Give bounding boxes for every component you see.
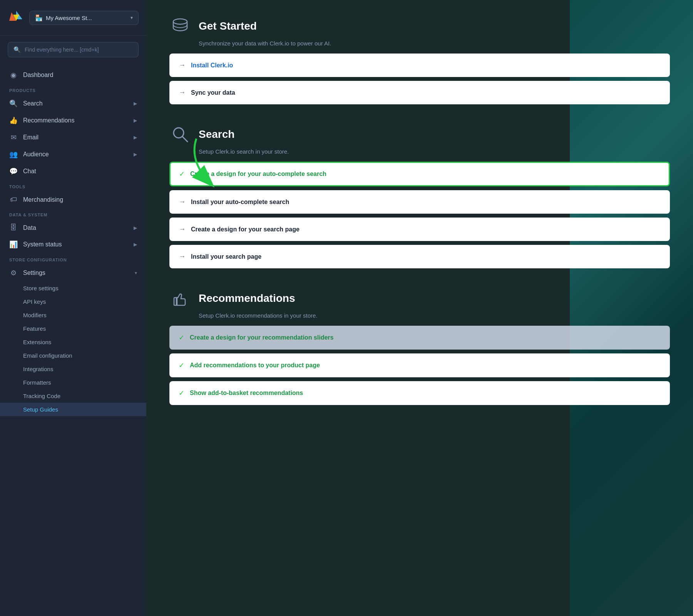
sidebar-item-label: Dashboard bbox=[23, 72, 53, 79]
system-status-icon: 📊 bbox=[9, 240, 18, 249]
create-rec-sliders-item[interactable]: ✓ Create a design for your recommendatio… bbox=[169, 326, 670, 350]
sidebar-item-label: Chat bbox=[23, 168, 36, 175]
recommendations-section: Recommendations Setup Clerk.io recommend… bbox=[169, 288, 670, 405]
search-section-title: Search bbox=[199, 128, 234, 141]
sidebar-sub-item-formatters[interactable]: Formatters bbox=[0, 376, 146, 389]
check-icon: ✓ bbox=[179, 389, 184, 397]
get-started-subtitle: Synchronize your data with Clerk.io to p… bbox=[169, 40, 670, 47]
thumbsup-section-icon bbox=[169, 288, 191, 309]
settings-icon: ⚙ bbox=[9, 269, 18, 277]
add-rec-product-label: Add recommendations to your product page bbox=[190, 362, 320, 369]
sidebar-item-label: System status bbox=[23, 241, 62, 248]
sidebar-sub-item-api-keys[interactable]: API keys bbox=[0, 295, 146, 308]
install-clerk-label: Install Clerk.io bbox=[191, 62, 233, 69]
get-started-header: Get Started bbox=[169, 15, 670, 37]
check-icon: ✓ bbox=[179, 333, 184, 342]
sidebar: 🏪 My Awesome St... ▾ 🔍 Find everything h… bbox=[0, 0, 146, 616]
create-rec-sliders-label: Create a design for your recommendation … bbox=[190, 334, 333, 341]
sidebar-sub-item-features[interactable]: Features bbox=[0, 322, 146, 335]
sidebar-item-label: Data bbox=[23, 224, 36, 231]
sidebar-sub-item-extensions[interactable]: Extensions bbox=[0, 335, 146, 349]
get-started-title: Get Started bbox=[199, 20, 257, 32]
arrow-annotation-2 bbox=[146, 500, 173, 570]
get-started-section: Get Started Synchronize your data with C… bbox=[169, 15, 670, 104]
check-icon: ✓ bbox=[179, 361, 184, 370]
sync-data-item[interactable]: → Sync your data bbox=[169, 81, 670, 104]
data-icon: 🗄 bbox=[9, 224, 18, 232]
email-icon: ✉ bbox=[9, 133, 18, 142]
app-container: 🏪 My Awesome St... ▾ 🔍 Find everything h… bbox=[0, 0, 693, 616]
chevron-right-icon: ▶ bbox=[134, 101, 137, 106]
arrow-right-icon: → bbox=[179, 89, 186, 97]
arrow-right-icon: → bbox=[179, 225, 186, 233]
search-placeholder-text: Find everything here... [cmd+k] bbox=[25, 47, 99, 53]
create-search-page-label: Create a design for your search page bbox=[191, 226, 300, 233]
recommendations-section-subtitle: Setup Clerk.io recommendations in your s… bbox=[169, 312, 670, 319]
sidebar-item-label: Audience bbox=[23, 151, 49, 158]
audience-icon: 👥 bbox=[9, 150, 18, 159]
sidebar-sub-item-store-settings[interactable]: Store settings bbox=[0, 281, 146, 295]
sidebar-item-merchandising[interactable]: 🏷 Merchandising bbox=[0, 191, 146, 208]
create-search-page-item[interactable]: → Create a design for your search page bbox=[169, 218, 670, 241]
search-section-icon bbox=[169, 124, 191, 145]
store-config-section-label: STORE CONFIGURATION bbox=[0, 253, 146, 264]
dashboard-icon: ◉ bbox=[9, 71, 18, 79]
database-icon bbox=[169, 15, 191, 37]
chevron-down-icon: ▾ bbox=[135, 270, 137, 276]
sidebar-sub-item-modifiers[interactable]: Modifiers bbox=[0, 308, 146, 322]
sidebar-sub-item-email-config[interactable]: Email configuration bbox=[0, 349, 146, 362]
add-rec-product-item[interactable]: ✓ Add recommendations to your product pa… bbox=[169, 353, 670, 377]
sidebar-sub-item-integrations[interactable]: Integrations bbox=[0, 362, 146, 376]
main-content: Get Started Synchronize your data with C… bbox=[146, 0, 693, 616]
create-autocomplete-label: Create a design for your auto-complete s… bbox=[190, 171, 326, 177]
recommendations-action-list: ✓ Create a design for your recommendatio… bbox=[169, 326, 670, 405]
chevron-right-icon: ▶ bbox=[134, 152, 137, 157]
install-search-page-item[interactable]: → Install your search page bbox=[169, 245, 670, 268]
sidebar-item-system-status[interactable]: 📊 System status ▶ bbox=[0, 236, 146, 253]
chevron-right-icon: ▶ bbox=[134, 242, 137, 247]
svg-line-6 bbox=[182, 137, 187, 142]
install-autocomplete-item[interactable]: → Install your auto-complete search bbox=[169, 190, 670, 214]
arrow-right-icon: → bbox=[179, 61, 186, 69]
install-autocomplete-label: Install your auto-complete search bbox=[191, 199, 289, 206]
chevron-right-icon: ▶ bbox=[134, 225, 137, 231]
show-basket-rec-label: Show add-to-basket recommendations bbox=[190, 390, 303, 397]
sidebar-sub-item-setup-guides[interactable]: Setup Guides bbox=[0, 403, 146, 416]
svg-rect-7 bbox=[174, 298, 177, 305]
sidebar-item-label: Email bbox=[23, 134, 38, 141]
check-icon: ✓ bbox=[179, 170, 185, 178]
merchandising-icon: 🏷 bbox=[9, 196, 18, 204]
search-section-header: Search bbox=[169, 124, 670, 145]
sidebar-sub-item-tracking-code[interactable]: Tracking Code bbox=[0, 389, 146, 403]
show-basket-rec-item[interactable]: ✓ Show add-to-basket recommendations bbox=[169, 381, 670, 405]
create-autocomplete-item[interactable]: ✓ Create a design for your auto-complete… bbox=[169, 162, 670, 186]
data-system-section-label: DATA & SYSTEM bbox=[0, 208, 146, 219]
store-name: My Awesome St... bbox=[46, 15, 127, 21]
sidebar-item-email[interactable]: ✉ Email ▶ bbox=[0, 129, 146, 146]
sidebar-item-search[interactable]: 🔍 Search ▶ bbox=[0, 95, 146, 112]
global-search-bar[interactable]: 🔍 Find everything here... [cmd+k] bbox=[8, 42, 139, 57]
chevron-right-icon: ▶ bbox=[134, 118, 137, 123]
get-started-action-list: → Install Clerk.io → Sync your data bbox=[169, 54, 670, 104]
sidebar-header: 🏪 My Awesome St... ▾ bbox=[0, 0, 146, 36]
chevron-down-icon: ▾ bbox=[131, 15, 133, 20]
install-clerk-item[interactable]: → Install Clerk.io bbox=[169, 54, 670, 77]
sidebar-item-dashboard[interactable]: ◉ Dashboard bbox=[0, 67, 146, 84]
sync-data-label: Sync your data bbox=[191, 89, 235, 96]
products-section-label: PRODUCTS bbox=[0, 84, 146, 95]
sidebar-item-settings[interactable]: ⚙ Settings ▾ bbox=[0, 264, 146, 281]
tools-section-label: TOOLS bbox=[0, 180, 146, 191]
store-selector[interactable]: 🏪 My Awesome St... ▾ bbox=[29, 11, 139, 25]
nav-section-main: ◉ Dashboard PRODUCTS 🔍 Search ▶ 👍 Recomm… bbox=[0, 64, 146, 419]
sidebar-item-audience[interactable]: 👥 Audience ▶ bbox=[0, 146, 146, 163]
search-icon: 🔍 bbox=[9, 99, 18, 108]
sidebar-item-chat[interactable]: 💬 Chat bbox=[0, 163, 146, 180]
sidebar-item-recommendations[interactable]: 👍 Recommendations ▶ bbox=[0, 112, 146, 129]
arrow-right-icon: → bbox=[179, 198, 186, 206]
sidebar-item-data[interactable]: 🗄 Data ▶ bbox=[0, 219, 146, 236]
sidebar-item-label: Settings bbox=[23, 270, 45, 276]
search-section-subtitle: Setup Clerk.io search in your store. bbox=[169, 148, 670, 155]
sidebar-item-label: Recommendations bbox=[23, 117, 74, 124]
logo-icon bbox=[8, 9, 25, 26]
recommendations-section-header: Recommendations bbox=[169, 288, 670, 309]
